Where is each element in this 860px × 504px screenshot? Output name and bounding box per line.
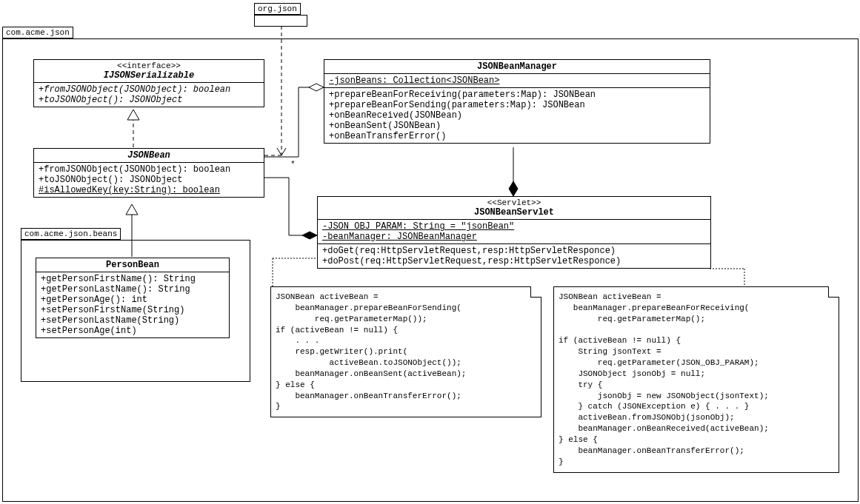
operation: +setPersonAge(int) bbox=[41, 326, 224, 336]
attribute: -JSON_OBJ_PARAM: String = "jsonBean" bbox=[322, 221, 706, 232]
class-jsonbean: JSONBean +fromJSONObject(JSONObject): bo… bbox=[33, 148, 264, 198]
class-title: JSONBean bbox=[39, 150, 259, 161]
operation: #isAllowedKey(key:String): boolean bbox=[39, 185, 259, 195]
operation: +onBeanReceived(JSONBean) bbox=[329, 110, 705, 121]
operation: +setPersonFirstName(String) bbox=[41, 305, 224, 315]
stereotype: <<Servlet>> bbox=[322, 198, 706, 207]
note-dopost: JSONBean activeBean = beanManager.prepar… bbox=[553, 286, 839, 473]
operation: +fromJSONObject(JSONObject): boolean bbox=[39, 164, 259, 175]
package-label: org.json bbox=[258, 4, 297, 13]
package-body-orgjson bbox=[254, 15, 307, 27]
attribute: -beanManager: JSONBeanManager bbox=[322, 232, 706, 242]
operation: +doPost(req:HttpServletRequest,resp:Http… bbox=[322, 256, 706, 266]
class-title: IJSONSerializable bbox=[39, 70, 259, 81]
operation: +toJSONObject(): JSONObject bbox=[39, 95, 259, 105]
note-doget: JSONBean activeBean = beanManager.prepar… bbox=[270, 286, 541, 417]
class-title: PersonBean bbox=[41, 260, 224, 270]
operation: +onBeanSent(JSONBean) bbox=[329, 121, 705, 131]
operation: +fromJSONObject(JSONObject): boolean bbox=[39, 84, 259, 95]
operation: +getPersonFirstName(): String bbox=[41, 274, 224, 284]
package-tab-orgjson: org.json bbox=[254, 3, 301, 15]
operation: +prepareBeanForReceiving(parameters:Map)… bbox=[329, 90, 705, 100]
package-tab-acme: com.acme.json bbox=[2, 27, 73, 38]
attribute: -jsonBeans: Collection<JSONBean> bbox=[329, 75, 705, 86]
note-code: JSONBean activeBean = beanManager.prepar… bbox=[276, 292, 536, 412]
class-personbean: PersonBean +getPersonFirstName(): String… bbox=[36, 258, 230, 338]
note-fold-icon bbox=[828, 286, 839, 298]
uml-diagram: org.json com.acme.json com.acme.json.bea… bbox=[0, 0, 860, 504]
note-fold-icon bbox=[530, 286, 541, 298]
operation: +toJSONObject(): JSONObject bbox=[39, 175, 259, 185]
multiplicity: * bbox=[290, 160, 296, 169]
note-code: JSONBean activeBean = beanManager.prepar… bbox=[559, 292, 834, 468]
class-jsonbeanservlet: <<Servlet>> JSONBeanServlet -JSON_OBJ_PA… bbox=[317, 196, 711, 269]
operation: +prepareBeanForSending(parameters:Map): … bbox=[329, 100, 705, 110]
package-label: com.acme.json bbox=[6, 28, 70, 37]
operation: +getPersonLastName(): String bbox=[41, 284, 224, 295]
class-title: JSONBeanManager bbox=[329, 61, 705, 72]
operation: +setPersonLastName(String) bbox=[41, 315, 224, 326]
package-tab-beans: com.acme.json.beans bbox=[21, 228, 121, 240]
package-label: com.acme.json.beans bbox=[24, 229, 117, 238]
stereotype: <<interface>> bbox=[39, 61, 259, 70]
class-title: JSONBeanServlet bbox=[322, 207, 706, 218]
class-jsonbeanmanager: JSONBeanManager -jsonBeans: Collection<J… bbox=[324, 59, 710, 144]
operation: +getPersonAge(): int bbox=[41, 295, 224, 305]
class-ijsonserializable: <<interface>> IJSONSerializable +fromJSO… bbox=[33, 59, 264, 107]
operation: +doGet(req:HttpServletRequest,resp:HttpS… bbox=[322, 246, 706, 256]
operation: +onBeanTransferError() bbox=[329, 131, 705, 141]
